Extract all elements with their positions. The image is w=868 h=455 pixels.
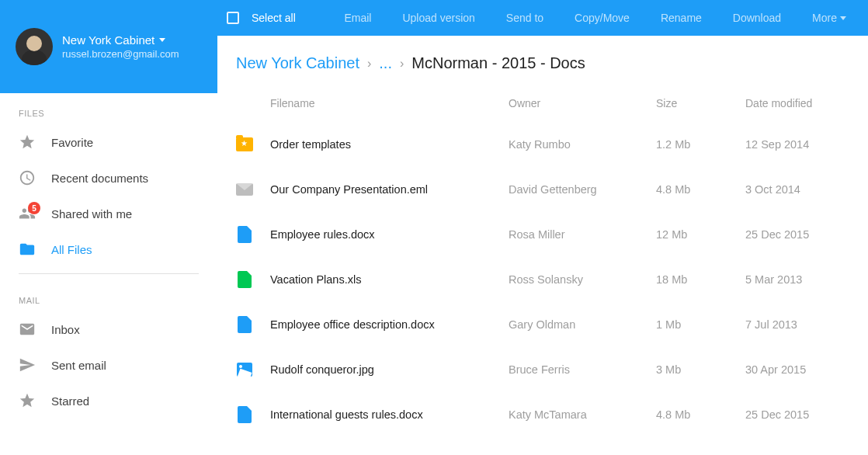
file-table: Filename Owner Size Date modified Order … xyxy=(236,91,846,437)
file-owner: Bruce Ferris xyxy=(509,363,656,376)
sidebar-item-label: Favorite xyxy=(51,136,93,149)
file-name: Order templates xyxy=(270,138,509,151)
select-all-item[interactable]: Select all xyxy=(220,0,311,36)
toolbar-rename[interactable]: Rename xyxy=(645,0,717,36)
file-name: Rudolf conqueror.jpg xyxy=(270,363,509,376)
workspace-dropdown[interactable]: New York Cabinet xyxy=(62,33,202,47)
sidebar-header: New York Cabinet russel.brozen@gmail.com xyxy=(0,0,217,93)
file-size: 4.8 Mb xyxy=(656,408,745,421)
star-icon xyxy=(19,134,36,151)
table-header: Filename Owner Size Date modified xyxy=(236,91,846,122)
folder-star-icon xyxy=(236,137,253,151)
file-owner: Katy McTamara xyxy=(509,408,656,421)
file-name: International guests rules.docx xyxy=(270,408,509,421)
file-size: 12 Mb xyxy=(656,228,745,241)
nav-section-mail: MAIL xyxy=(0,280,217,311)
folder-icon xyxy=(19,241,36,258)
file-size: 3 Mb xyxy=(656,363,745,376)
caret-down-icon xyxy=(159,38,165,42)
file-size: 1.2 Mb xyxy=(656,138,745,151)
file-date: 25 Dec 2015 xyxy=(745,408,846,421)
nav-section-files: FILES xyxy=(0,93,217,124)
file-owner: Ross Solansky xyxy=(509,273,656,286)
image-icon xyxy=(237,363,252,377)
file-date: 12 Sep 2014 xyxy=(745,138,846,151)
breadcrumb: New York Cabinet › ... › McNorman - 2015… xyxy=(236,54,846,72)
file-size: 18 Mb xyxy=(656,273,745,286)
mail-icon xyxy=(19,321,36,338)
badge: 5 xyxy=(28,202,40,214)
col-filename[interactable]: Filename xyxy=(270,97,509,109)
clock-icon xyxy=(19,169,36,186)
breadcrumb-current: McNorman - 2015 - Docs xyxy=(411,54,585,72)
table-row[interactable]: Employee rules.docxRosa Miller12 Mb25 De… xyxy=(236,212,846,257)
file-date: 3 Oct 2014 xyxy=(745,183,846,196)
col-size[interactable]: Size xyxy=(656,97,745,109)
avatar[interactable] xyxy=(16,28,53,65)
table-row[interactable]: Order templatesKaty Rumbo1.2 Mb12 Sep 20… xyxy=(236,122,846,167)
file-name: Employee rules.docx xyxy=(270,228,509,241)
file-name: Our Company Presentation.eml xyxy=(270,183,509,196)
breadcrumb-root[interactable]: New York Cabinet xyxy=(236,54,359,72)
file-owner: Rosa Miller xyxy=(509,228,656,241)
main: Select all Email Upload version Send to … xyxy=(217,0,868,455)
table-row[interactable]: Employee office description.docxGary Old… xyxy=(236,302,846,347)
file-owner: Gary Oldman xyxy=(509,318,656,331)
col-date[interactable]: Date modified xyxy=(745,97,846,109)
table-row[interactable]: International guests rules.docxKaty McTa… xyxy=(236,392,846,437)
toolbar-download[interactable]: Download xyxy=(717,0,797,36)
toolbar-copy-move[interactable]: Copy/Move xyxy=(559,0,645,36)
file-size: 1 Mb xyxy=(656,318,745,331)
sidebar-item-starred[interactable]: Starred xyxy=(0,383,217,419)
toolbar-more[interactable]: More xyxy=(797,0,862,36)
file-date: 30 Apr 2015 xyxy=(745,363,846,376)
mail-file-icon xyxy=(236,183,253,196)
sidebar-item-label: Starred xyxy=(51,394,89,408)
sidebar-item-label: Shared with me xyxy=(51,207,132,221)
workspace-name: New York Cabinet xyxy=(62,33,155,47)
file-name: Employee office description.docx xyxy=(270,318,509,331)
checkbox-icon[interactable] xyxy=(227,12,239,24)
toolbar-send-to[interactable]: Send to xyxy=(491,0,559,36)
table-row[interactable]: Vacation Plans.xlsRoss Solansky18 Mb5 Ma… xyxy=(236,257,846,302)
spreadsheet-icon xyxy=(238,271,252,288)
sidebar-item-label: Recent documents xyxy=(51,172,148,185)
star-icon xyxy=(19,392,36,409)
doc-icon xyxy=(238,226,252,243)
nav-divider xyxy=(19,273,199,274)
sidebar-item-all-files[interactable]: All Files xyxy=(0,231,217,267)
breadcrumb-ellipsis[interactable]: ... xyxy=(379,54,392,72)
toolbar-upload[interactable]: Upload version xyxy=(387,0,490,36)
toolbar: Select all Email Upload version Send to … xyxy=(217,0,868,36)
people-icon: 5 xyxy=(19,205,36,222)
file-owner: David Gettenberg xyxy=(509,183,656,196)
file-owner: Katy Rumbo xyxy=(509,138,656,151)
sidebar-item-favorite[interactable]: Favorite xyxy=(0,124,217,160)
sidebar-item-shared[interactable]: 5 Shared with me xyxy=(0,196,217,231)
chevron-right-icon: › xyxy=(400,57,404,71)
table-row[interactable]: Our Company Presentation.emlDavid Getten… xyxy=(236,167,846,212)
send-icon xyxy=(19,356,36,373)
chevron-right-icon: › xyxy=(367,57,371,71)
table-row[interactable]: Rudolf conqueror.jpgBruce Ferris3 Mb30 A… xyxy=(236,347,846,392)
col-owner[interactable]: Owner xyxy=(509,97,656,109)
toolbar-email[interactable]: Email xyxy=(328,0,387,36)
file-size: 4.8 Mb xyxy=(656,183,745,196)
file-date: 7 Jul 2013 xyxy=(745,318,846,331)
sidebar-item-sent[interactable]: Sent email xyxy=(0,347,217,383)
file-date: 25 Dec 2015 xyxy=(745,228,846,241)
sidebar-item-label: All Files xyxy=(51,243,92,256)
sidebar-item-label: Inbox xyxy=(51,323,80,336)
sidebar-item-inbox[interactable]: Inbox xyxy=(0,311,217,347)
doc-icon xyxy=(238,406,252,423)
user-email: russel.brozen@gmail.com xyxy=(62,48,202,60)
sidebar-item-recent[interactable]: Recent documents xyxy=(0,160,217,196)
file-name: Vacation Plans.xls xyxy=(270,273,509,286)
file-date: 5 Mar 2013 xyxy=(745,273,846,286)
sidebar-item-label: Sent email xyxy=(51,359,106,372)
caret-down-icon xyxy=(840,16,846,20)
doc-icon xyxy=(238,316,252,333)
sidebar: New York Cabinet russel.brozen@gmail.com… xyxy=(0,0,217,455)
